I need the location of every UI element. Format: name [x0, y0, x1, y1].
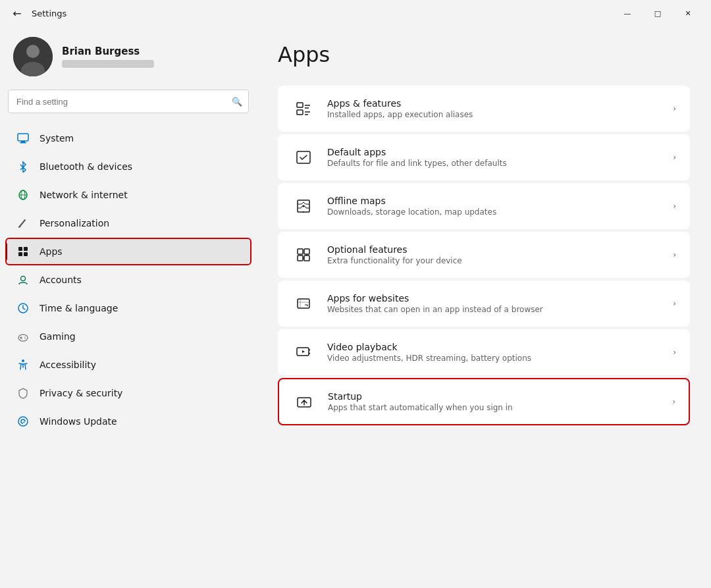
svg-point-22	[22, 360, 24, 362]
svg-line-43	[309, 350, 310, 350]
windows-update-icon	[16, 414, 30, 429]
svg-rect-12	[24, 247, 28, 251]
gaming-icon	[16, 329, 30, 344]
svg-point-15	[21, 277, 26, 281]
svg-rect-34	[298, 249, 303, 254]
sidebar-item-bluetooth[interactable]: Bluetooth & devices	[5, 153, 251, 180]
svg-rect-4	[21, 141, 25, 142]
sidebar-item-label-accounts: Accounts	[40, 275, 82, 285]
video-playback-title: Video playback	[327, 342, 661, 352]
settings-item-apps-features[interactable]: Apps & featuresInstalled apps, app execu…	[278, 86, 690, 132]
svg-marker-42	[302, 350, 305, 353]
svg-point-21	[24, 338, 26, 339]
sidebar-item-windows-update[interactable]: Windows Update	[5, 408, 251, 435]
sidebar-item-time[interactable]: Time & language	[5, 294, 251, 322]
svg-line-10	[19, 226, 20, 227]
settings-item-offline-maps[interactable]: Offline mapsDownloads, storage location,…	[278, 183, 690, 229]
sidebar-item-label-bluetooth: Bluetooth & devices	[40, 161, 132, 172]
svg-rect-3	[18, 134, 28, 141]
svg-point-20	[24, 336, 26, 338]
sidebar-item-label-system: System	[40, 133, 74, 144]
avatar	[13, 37, 53, 76]
search-icon: 🔍	[232, 97, 242, 107]
optional-features-title: Optional features	[327, 244, 661, 255]
svg-line-44	[309, 353, 310, 354]
apps-websites-desc: Websites that can open in an app instead…	[327, 305, 661, 314]
settings-item-optional-features[interactable]: Optional featuresExtra functionality for…	[278, 232, 690, 278]
svg-rect-5	[20, 142, 26, 144]
sidebar-item-apps[interactable]: Apps	[5, 238, 251, 265]
chevron-icon: ›	[672, 397, 675, 406]
avatar-image	[13, 37, 53, 76]
sidebar-item-system[interactable]: System	[5, 124, 251, 152]
video-playback-text: Video playbackVideo adjustments, HDR str…	[327, 342, 661, 363]
main-container: Brian Burgess 🔍 SystemBluetooth & device…	[0, 26, 711, 588]
apps-icon	[16, 244, 30, 259]
sidebar-item-label-privacy: Privacy & security	[40, 388, 122, 398]
privacy-icon	[16, 386, 30, 400]
sidebar-item-label-network: Network & internet	[40, 190, 128, 200]
svg-rect-35	[304, 249, 309, 254]
titlebar: ← Settings — □ ✕	[0, 0, 711, 26]
sidebar-item-personalization[interactable]: Personalization	[5, 209, 251, 237]
user-name: Brian Burgess	[62, 45, 154, 57]
minimize-button[interactable]: —	[612, 3, 643, 24]
sidebar-item-label-windows-update: Windows Update	[40, 416, 117, 427]
system-icon	[16, 131, 30, 146]
sidebar-item-label-gaming: Gaming	[40, 331, 76, 342]
default-apps-title: Default apps	[327, 147, 661, 157]
chevron-icon: ›	[673, 348, 676, 357]
svg-rect-26	[297, 110, 303, 115]
optional-features-icon	[292, 243, 315, 267]
content-area: Apps Apps & featuresInstalled apps, app …	[257, 26, 711, 588]
chevron-icon: ›	[673, 299, 676, 308]
startup-text: StartupApps that start automatically whe…	[328, 391, 660, 412]
offline-maps-desc: Downloads, storage location, map updates	[327, 207, 661, 217]
nav-list: SystemBluetooth & devicesNetwork & inter…	[0, 124, 257, 436]
network-icon	[16, 188, 30, 202]
chevron-icon: ›	[673, 201, 676, 211]
svg-point-33	[303, 205, 305, 207]
svg-rect-13	[18, 252, 22, 256]
settings-list: Apps & featuresInstalled apps, app execu…	[278, 86, 690, 425]
personalization-icon	[16, 216, 30, 230]
accessibility-icon	[16, 358, 30, 372]
chevron-icon: ›	[673, 104, 676, 113]
sidebar-item-network[interactable]: Network & internet	[5, 181, 251, 209]
maximize-button[interactable]: □	[643, 3, 673, 24]
accounts-icon	[16, 273, 30, 287]
svg-rect-11	[18, 247, 22, 251]
optional-features-text: Optional featuresExtra functionality for…	[327, 244, 661, 265]
startup-title: Startup	[328, 391, 660, 402]
sidebar-item-label-personalization: Personalization	[40, 218, 109, 228]
sidebar-item-label-time: Time & language	[40, 303, 118, 313]
offline-maps-title: Offline maps	[327, 196, 661, 206]
apps-websites-icon	[292, 292, 315, 315]
sidebar-item-accounts[interactable]: Accounts	[5, 266, 251, 294]
svg-rect-14	[24, 252, 28, 256]
settings-item-apps-websites[interactable]: Apps for websitesWebsites that can open …	[278, 281, 690, 327]
offline-maps-icon	[292, 194, 315, 218]
svg-marker-24	[23, 421, 25, 423]
sidebar-item-privacy[interactable]: Privacy & security	[5, 379, 251, 407]
user-profile[interactable]: Brian Burgess	[0, 26, 257, 90]
page-title: Apps	[278, 42, 690, 67]
search-input[interactable]	[8, 90, 249, 113]
svg-rect-36	[298, 255, 303, 261]
sidebar-item-label-accessibility: Accessibility	[40, 360, 96, 370]
chevron-icon: ›	[673, 153, 676, 162]
settings-item-startup[interactable]: StartupApps that start automatically whe…	[278, 378, 690, 425]
active-indicator	[5, 243, 7, 259]
svg-point-23	[18, 417, 28, 426]
settings-item-video-playback[interactable]: Video playbackVideo adjustments, HDR str…	[278, 329, 690, 375]
video-playback-desc: Video adjustments, HDR streaming, batter…	[327, 354, 661, 363]
svg-rect-25	[297, 103, 303, 107]
sidebar: Brian Burgess 🔍 SystemBluetooth & device…	[0, 26, 257, 588]
sidebar-item-gaming[interactable]: Gaming	[5, 323, 251, 350]
settings-item-default-apps[interactable]: Default appsDefaults for file and link t…	[278, 134, 690, 180]
close-button[interactable]: ✕	[673, 3, 703, 24]
back-button[interactable]: ←	[8, 4, 26, 22]
sidebar-item-accessibility[interactable]: Accessibility	[5, 351, 251, 379]
svg-rect-37	[304, 255, 309, 261]
apps-features-desc: Installed apps, app execution aliases	[327, 110, 661, 119]
